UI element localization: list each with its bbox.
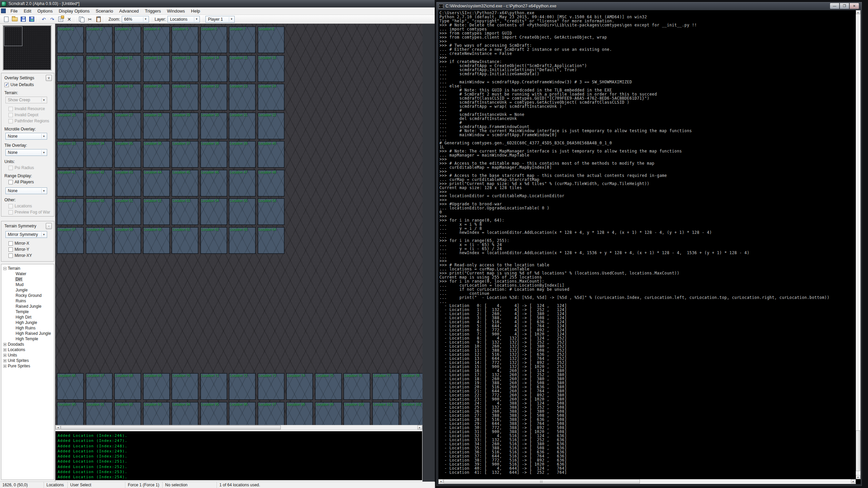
map-location-box[interactable]: Location 27 (114, 113, 141, 139)
terrain-overlay-select[interactable]: Show Creep ▼ (5, 97, 47, 103)
map-location-box[interactable]: Location 92 (114, 402, 141, 425)
cmd-titlebar[interactable]: C:\ C:\Windows\system32\cmd.exe - c:\Pyt… (436, 2, 862, 10)
invalid-depot-checkbox[interactable]: Invalid Depot (8, 113, 54, 117)
map-location-box[interactable]: Location 45 (172, 170, 198, 197)
map-location-box[interactable]: Location 41 (57, 170, 84, 197)
cut-button[interactable]: ✂ (86, 16, 94, 23)
symmetry-collapse-button[interactable]: - (46, 223, 52, 229)
tree-root-terrain[interactable]: Terrain (3, 266, 54, 271)
map-location-box[interactable]: Location 5 (172, 26, 198, 53)
map-location-box[interactable]: Location 2 (86, 26, 113, 53)
tree-item-high-temple[interactable]: High Temple (3, 336, 54, 342)
map-location-box[interactable]: Location 36 (143, 141, 170, 168)
map-location-box[interactable]: Location 48 (258, 170, 284, 197)
map-location-box[interactable]: Location 94 (172, 402, 198, 425)
map-location-box[interactable]: Location 28 (143, 113, 170, 139)
map-location-box[interactable]: Location 62 (200, 227, 227, 254)
map-location-box[interactable]: Location 52 (143, 198, 170, 225)
symmetry-mode-select[interactable]: Mirror Symmetry ▼ (5, 231, 47, 238)
map-location-box[interactable]: Location 72 (229, 373, 256, 400)
map-location-box[interactable]: Location 74 (286, 373, 313, 400)
zoom-select[interactable]: 66% ▼ (122, 16, 149, 23)
menu-item-edit[interactable]: Edit (21, 7, 34, 15)
mirror-x-checkbox[interactable]: Mirror-X (8, 241, 54, 246)
copy-button[interactable] (77, 16, 85, 23)
map-location-box[interactable]: Location 12 (143, 55, 170, 82)
map-location-box[interactable]: Location 51 (114, 198, 141, 225)
map-location-box[interactable]: Location 9 (57, 55, 84, 82)
scrollbar-thumb[interactable] (443, 479, 640, 484)
map-location-box[interactable]: Location 68 (114, 373, 141, 400)
minimize-button[interactable]: — (830, 3, 840, 9)
map-location-box[interactable]: Location 40 (258, 141, 284, 168)
map-location-box[interactable]: Location 54 (200, 198, 227, 225)
map-location-box[interactable]: Location 4 (143, 26, 170, 53)
canvas-horizontal-scrollbar[interactable]: ◄ ► (55, 425, 422, 430)
map-location-box[interactable]: Location 49 (57, 198, 84, 225)
microtile-overlay-select[interactable]: None ▼ (5, 133, 47, 140)
pathfinder-regions-checkbox[interactable]: Pathfinder Regions (8, 119, 54, 123)
minimap[interactable] (3, 26, 51, 70)
mirror-xy-checkbox[interactable]: Mirror-XY (8, 253, 54, 258)
close-button[interactable]: ✕ (849, 3, 859, 9)
map-location-box[interactable]: Location 53 (172, 198, 198, 225)
map-location-box[interactable]: Location 3 (114, 26, 141, 53)
new-file-button[interactable] (2, 16, 10, 23)
psi-radius-checkbox[interactable]: Psi Radius (8, 165, 54, 170)
properties-button[interactable] (57, 16, 65, 23)
map-location-box[interactable]: Location 47 (229, 170, 256, 197)
scroll-up-arrow-icon[interactable]: ▲ (856, 10, 860, 14)
open-file-button[interactable] (11, 16, 19, 23)
redo-button[interactable]: ↷ (48, 16, 56, 23)
map-location-box[interactable]: Location 55 (229, 198, 256, 225)
map-location-box[interactable]: Location 15 (229, 55, 256, 82)
menu-item-display-options[interactable]: Display Options (56, 7, 93, 15)
map-location-box[interactable]: Location 43 (114, 170, 141, 197)
map-location-box[interactable]: Location 38 (200, 141, 227, 168)
map-location-box[interactable]: Location 97 (258, 402, 284, 425)
tree-item-high-ruins[interactable]: High Ruins (3, 325, 54, 331)
map-location-box[interactable]: Location 39 (229, 141, 256, 168)
scroll-right-arrow-icon[interactable]: ► (851, 479, 856, 483)
invalid-resource-checkbox[interactable]: Invalid Resource (8, 106, 54, 111)
map-location-box[interactable]: Location 44 (143, 170, 170, 197)
scroll-right-arrow-icon[interactable]: ► (417, 425, 422, 429)
map-location-box[interactable]: Location 1 (57, 26, 84, 53)
tree-item-high-dirt[interactable]: High Dirt (3, 314, 54, 320)
tree-item-temple[interactable]: Temple (3, 309, 54, 314)
map-location-box[interactable]: Location 50 (86, 198, 113, 225)
locations-overlay-checkbox[interactable]: Locations (8, 204, 54, 208)
menu-item-windows[interactable]: Windows (164, 7, 188, 15)
map-location-box[interactable]: Location 7 (229, 26, 256, 53)
tree-item-ruins[interactable]: Ruins (3, 298, 54, 304)
mirror-y-checkbox[interactable]: Mirror-Y (8, 247, 54, 252)
scroll-down-arrow-icon[interactable]: ▼ (856, 475, 860, 479)
map-location-box[interactable]: Location 101 (372, 402, 399, 425)
tree-item-high-raised-jungle[interactable]: High Raised Jungle (3, 331, 54, 336)
tree-item-mud[interactable]: Mud (3, 282, 54, 287)
map-location-box[interactable]: Location 21 (172, 84, 198, 110)
map-location-box[interactable]: Location 34 (86, 141, 113, 168)
map-location-box[interactable]: Location 17 (57, 84, 84, 110)
scroll-left-arrow-icon[interactable]: ◄ (56, 425, 60, 429)
tree-item-dirt[interactable]: Dirt (3, 277, 54, 282)
scroll-left-arrow-icon[interactable]: ◄ (438, 479, 443, 483)
map-location-box[interactable]: Location 8 (258, 26, 284, 53)
tree-root-doodads[interactable]: Doodads (3, 342, 54, 347)
map-location-box[interactable]: Location 37 (172, 141, 198, 168)
map-location-box[interactable]: Location 77 (372, 373, 399, 400)
map-location-box[interactable]: Location 56 (258, 198, 284, 225)
map-location-box[interactable]: Location 14 (200, 55, 227, 82)
expand-plus-icon[interactable] (3, 359, 6, 362)
map-location-box[interactable]: Location 11 (114, 55, 141, 82)
map-location-box[interactable]: Location 99 (315, 402, 342, 425)
console-vertical-scrollbar[interactable]: ▲ ▼ (856, 10, 861, 479)
menu-item-options[interactable]: Options (34, 7, 56, 15)
tree-root-units[interactable]: Units (3, 352, 54, 358)
tile-overlay-select[interactable]: None ▼ (5, 149, 47, 156)
map-location-box[interactable]: Location 33 (57, 141, 84, 168)
map-location-box[interactable]: Location 76 (343, 373, 370, 400)
expand-plus-icon[interactable] (3, 365, 6, 368)
scmdraft-titlebar[interactable]: Scmdraft 2.0 (Alpha 0.9.03) - [Untitled*… (0, 0, 435, 7)
tree-item-water[interactable]: Water (3, 271, 54, 277)
